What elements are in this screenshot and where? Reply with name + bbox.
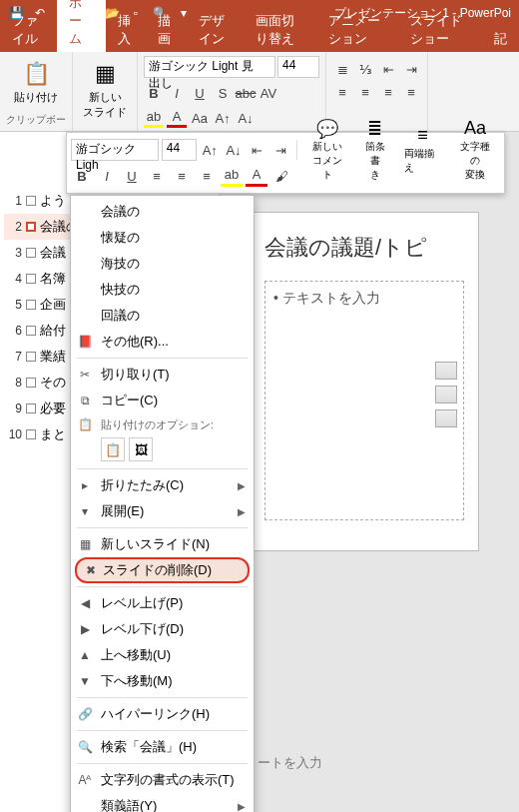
paste-picture[interactable]: 🖼 bbox=[129, 437, 153, 461]
change-case-button[interactable]: Aa bbox=[190, 108, 210, 128]
mini-italic[interactable]: I bbox=[96, 165, 118, 187]
cm-new-slide[interactable]: ▦新しいスライド(N) bbox=[71, 531, 254, 557]
mini-indent-inc[interactable]: ⇥ bbox=[270, 139, 291, 161]
font-color-button[interactable]: A bbox=[167, 108, 187, 128]
bullets-button[interactable]: ≣ bbox=[332, 59, 352, 79]
tab-design[interactable]: デザイン bbox=[187, 8, 244, 52]
notes-placeholder[interactable]: ートを入力 bbox=[258, 754, 322, 772]
indent-inc-button[interactable]: ⇥ bbox=[401, 59, 421, 79]
textformat-icon: Aᴬ bbox=[77, 772, 93, 788]
tab-review[interactable]: 記 bbox=[482, 26, 519, 52]
context-menu: 会議の 懐疑の 海技の 快技の 回議の 📕その他(R)... ✂切り取り(T) … bbox=[70, 195, 255, 812]
cm-suggest-1[interactable]: 会議の bbox=[71, 199, 254, 225]
separator bbox=[77, 468, 248, 469]
cm-promote[interactable]: ◀レベル上げ(P) bbox=[71, 590, 254, 616]
cm-synonyms[interactable]: 類義語(Y)▶ bbox=[71, 793, 254, 812]
italic-button[interactable]: I bbox=[167, 83, 187, 103]
new-slide-icon: ▦ bbox=[77, 536, 93, 552]
cm-cut[interactable]: ✂切り取り(T) bbox=[71, 362, 254, 388]
bold-button[interactable]: B bbox=[144, 83, 164, 103]
align-left-button[interactable]: ≡ bbox=[332, 82, 352, 102]
mini-font-name[interactable]: 游ゴシック Ligh bbox=[71, 139, 159, 161]
highlight-button[interactable]: ab bbox=[144, 108, 164, 128]
cm-move-down[interactable]: ▼下へ移動(M) bbox=[71, 668, 254, 694]
cm-demote[interactable]: ▶レベル下げ(D) bbox=[71, 616, 254, 642]
mini-justify[interactable]: ≡両端揃え bbox=[398, 125, 448, 175]
mini-change-case[interactable]: Aa文字種の 変換 bbox=[450, 118, 500, 182]
promote-icon: ◀ bbox=[77, 595, 93, 611]
ribbon: 📋 貼り付け クリップボー ▦ 新しい スライド 游ゴシック Light 見出し… bbox=[0, 52, 519, 132]
mini-font-size[interactable]: 44 bbox=[162, 139, 197, 161]
mini-new-comment[interactable]: 💬新しい コメント bbox=[302, 118, 352, 182]
cm-suggest-4[interactable]: 快技の bbox=[71, 277, 254, 303]
collapse-icon: ▸ bbox=[77, 477, 93, 493]
cm-expand[interactable]: ▾展開(E)▶ bbox=[71, 498, 254, 524]
cm-suggest-2[interactable]: 懐疑の bbox=[71, 225, 254, 251]
expand-icon: ▾ bbox=[77, 503, 93, 519]
separator bbox=[77, 763, 248, 764]
new-slide-button[interactable]: ▦ 新しい スライド bbox=[79, 56, 131, 122]
shadow-button[interactable]: S bbox=[213, 83, 233, 103]
mini-highlight[interactable]: ab bbox=[221, 165, 243, 187]
chart-icon[interactable] bbox=[435, 386, 457, 404]
cm-search[interactable]: 🔍検索「会議」(H) bbox=[71, 734, 254, 760]
tab-home[interactable]: ホーム bbox=[57, 0, 106, 52]
separator bbox=[77, 697, 248, 698]
grow-font-button[interactable]: A↑ bbox=[213, 108, 233, 128]
mini-underline[interactable]: U bbox=[121, 165, 143, 187]
separator bbox=[77, 358, 248, 359]
cm-suggest-3[interactable]: 海技の bbox=[71, 251, 254, 277]
submenu-arrow-icon: ▶ bbox=[238, 480, 246, 491]
strike-button[interactable]: abc bbox=[236, 83, 256, 103]
align-center-button[interactable]: ≡ bbox=[355, 82, 375, 102]
mini-font-color[interactable]: A bbox=[246, 165, 267, 187]
spacing-button[interactable]: AV bbox=[259, 83, 278, 103]
shrink-font-button[interactable]: A↓ bbox=[236, 108, 256, 128]
paste-label: 貼り付け bbox=[14, 90, 58, 105]
mini-vertical-text[interactable]: ≣箇条書 き bbox=[354, 118, 394, 182]
cm-move-up[interactable]: ▲上へ移動(U) bbox=[71, 642, 254, 668]
cm-text-format[interactable]: Aᴬ文字列の書式の表示(T) bbox=[71, 767, 254, 793]
mini-grow-font[interactable]: A↑ bbox=[200, 139, 221, 161]
separator bbox=[77, 586, 248, 587]
tab-animations[interactable]: アニメーション bbox=[316, 8, 398, 52]
slide-canvas[interactable]: 会議の議題/トピ • テキストを入力 bbox=[250, 212, 479, 551]
mini-align-center[interactable]: ≡ bbox=[171, 165, 193, 187]
movedown-icon: ▼ bbox=[77, 673, 93, 689]
mini-align-left[interactable]: ≡ bbox=[146, 165, 168, 187]
table-icon[interactable] bbox=[435, 362, 457, 380]
mini-indent-dec[interactable]: ⇤ bbox=[247, 139, 267, 161]
paste-button[interactable]: 📋 貼り付け bbox=[6, 56, 66, 107]
clipboard-group-label: クリップボー bbox=[6, 113, 66, 127]
paste-keep-source[interactable]: 📋 bbox=[101, 437, 125, 461]
indent-dec-button[interactable]: ⇤ bbox=[378, 59, 398, 79]
font-name-select[interactable]: 游ゴシック Light 見出し bbox=[144, 56, 275, 78]
underline-button[interactable]: U bbox=[190, 83, 210, 103]
justify-button[interactable]: ≡ bbox=[401, 82, 421, 102]
mini-shrink-font[interactable]: A↓ bbox=[224, 139, 245, 161]
separator bbox=[77, 730, 248, 731]
book-icon: 📕 bbox=[77, 334, 93, 350]
tab-transitions[interactable]: 画面切り替え bbox=[244, 8, 316, 52]
tab-slideshow[interactable]: スライド ショー bbox=[398, 8, 482, 52]
slide-content-placeholder[interactable]: • テキストを入力 bbox=[264, 281, 464, 520]
mini-bold[interactable]: B bbox=[71, 165, 93, 187]
cm-suggest-5[interactable]: 回議の bbox=[71, 303, 254, 329]
separator bbox=[296, 140, 297, 160]
cm-copy[interactable]: ⧉コピー(C) bbox=[71, 388, 254, 413]
mini-align-right[interactable]: ≡ bbox=[196, 165, 218, 187]
cm-other[interactable]: 📕その他(R)... bbox=[71, 329, 254, 355]
align-right-button[interactable]: ≡ bbox=[378, 82, 398, 102]
picture-icon[interactable] bbox=[435, 409, 457, 427]
cm-delete-slide[interactable]: ✖スライドの削除(D) bbox=[75, 557, 250, 583]
cm-hyperlink[interactable]: 🔗ハイパーリンク(H) bbox=[71, 701, 254, 727]
font-size-select[interactable]: 44 bbox=[277, 56, 319, 78]
mini-format-painter[interactable]: 🖌 bbox=[270, 165, 292, 187]
tab-file[interactable]: ファイル bbox=[0, 8, 57, 52]
tab-insert[interactable]: 挿入 bbox=[106, 8, 147, 52]
cm-collapse[interactable]: ▸折りたたみ(C)▶ bbox=[71, 472, 254, 498]
slide-title[interactable]: 会議の議題/トピ bbox=[264, 233, 464, 263]
tab-draw[interactable]: 描画 bbox=[146, 8, 187, 52]
numbering-button[interactable]: ⅓ bbox=[355, 59, 375, 79]
scissors-icon: ✂ bbox=[77, 367, 93, 383]
